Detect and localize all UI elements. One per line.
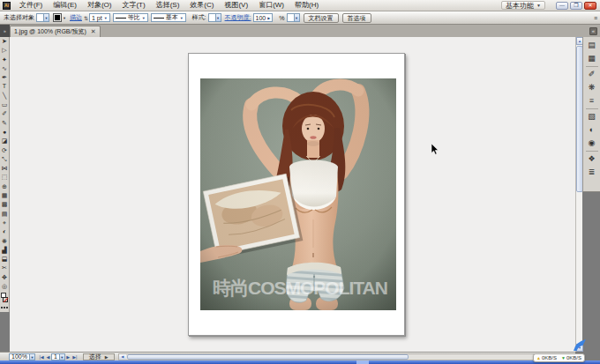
slice-tool[interactable]: ✂ — [0, 264, 10, 272]
artboard-number-field[interactable]: 1 — [51, 353, 60, 360]
gradient-tool[interactable]: ▤ — [0, 210, 10, 219]
menu-help[interactable]: 帮助(H) — [289, 0, 324, 11]
pencil-tool[interactable]: ✎ — [0, 119, 10, 128]
download-arrow-icon: ▼ — [561, 355, 566, 360]
mesh-tool[interactable]: ▩ — [0, 200, 10, 209]
photo-artwork: 時尚COSMOPOLITAN — [200, 78, 396, 310]
zoom-tool[interactable]: ◎ — [0, 282, 10, 291]
color-panel-icon[interactable]: ▤ — [583, 39, 600, 52]
restore-button[interactable]: ❐ — [570, 2, 582, 10]
menu-view[interactable]: 视图(V) — [219, 0, 253, 11]
swatches-panel-icon[interactable]: ▦ — [583, 52, 600, 65]
column-graph-tool[interactable]: ▟ — [0, 246, 10, 255]
menu-type[interactable]: 文字(T) — [116, 0, 150, 11]
chevron-down-icon[interactable]: ▼ — [63, 16, 66, 20]
symbol-sprayer-tool[interactable]: ❋ — [0, 237, 10, 246]
scroll-left-icon[interactable]: ◀ — [119, 354, 126, 360]
width-tool[interactable]: ⋈ — [0, 164, 10, 173]
shape-builder-tool[interactable]: ⊕ — [0, 182, 10, 191]
menu-window[interactable]: 窗口(W) — [253, 0, 289, 11]
download-speed-value: 0KB/S — [566, 355, 581, 360]
eraser-tool[interactable]: ◪ — [0, 137, 10, 145]
fill-stroke-swatches[interactable] — [0, 292, 10, 306]
horizontal-scrollbar[interactable]: ◀ ▶ — [118, 353, 574, 360]
magic-wand-tool[interactable]: ✦ — [0, 56, 10, 64]
opacity-link[interactable]: 不透明度: — [225, 13, 251, 22]
workspace-switcher[interactable]: 基本功能 ▼ — [501, 1, 545, 10]
stroke-panel-icon[interactable]: ≡ — [583, 94, 600, 108]
control-panel-menu-icon[interactable]: ≡ — [594, 15, 597, 21]
artboard-tool[interactable]: ⬓ — [0, 255, 10, 264]
fill-color-swatch[interactable] — [53, 13, 62, 22]
canvas-area[interactable]: 時尚COSMOPOLITAN — [10, 37, 575, 352]
menu-object[interactable]: 对象(O) — [82, 0, 117, 11]
gradient-panel-icon[interactable]: ▧ — [583, 110, 600, 123]
tools-dock-header[interactable]: » — [0, 25, 10, 37]
document-tab[interactable]: 1.jpg @ 100% (RGB/预览) ✕ — [10, 26, 101, 37]
taskbar-highlight — [356, 360, 369, 364]
close-button[interactable]: ✕ — [584, 2, 596, 10]
graphic-styles-panel-icon[interactable]: ❖ — [583, 152, 600, 166]
current-tool-name: 选择 — [89, 353, 101, 361]
vertical-scrollbar[interactable]: ▲ ▼ — [575, 37, 582, 352]
eyedropper-tool[interactable]: ⌖ — [0, 219, 10, 227]
floating-shortcut-icon[interactable] — [572, 338, 588, 353]
current-tool-display[interactable]: 选择 ▶ — [83, 353, 115, 360]
appearance-panel-icon[interactable]: ◉ — [583, 137, 600, 150]
close-tab-icon[interactable]: ✕ — [91, 28, 96, 35]
menu-effect[interactable]: 效果(C) — [184, 0, 219, 11]
type-tool[interactable]: T — [0, 82, 10, 91]
hand-tool[interactable]: ✥ — [0, 273, 10, 282]
illustrator-window: Ai 文件(F) 编辑(E) 对象(O) 文字(T) 选择(S) 效果(C) 视… — [0, 0, 600, 364]
stroke-link[interactable]: 描边 — [70, 13, 82, 22]
recolor-artwork-icon[interactable]: ▼ — [287, 13, 300, 22]
drawing-mode-buttons[interactable] — [1, 307, 8, 308]
selection-tool[interactable]: ➤ — [0, 37, 10, 46]
blend-tool[interactable]: ◐ — [0, 227, 10, 236]
menu-select[interactable]: 选择(S) — [151, 0, 185, 11]
next-artboard-icon[interactable]: ▶ — [65, 354, 71, 360]
chevron-right-icon: ▶ — [105, 354, 109, 360]
opacity-field[interactable]: 100 ▶ — [253, 13, 274, 22]
horizontal-scroll-thumb[interactable] — [127, 354, 409, 360]
main-area: ➤ ▷ ✦ ∿ ✒ T ╲ ▭ ✐ ✎ ● ◪ ⟳ ⤡ ⋈ ⬚ ⊕ ▦ ▩ ▤ … — [0, 37, 600, 352]
zoom-level-value: 100% — [11, 353, 27, 360]
minimize-button[interactable]: — — [556, 2, 568, 10]
layers-panel-icon[interactable]: ≣ — [583, 166, 600, 179]
previous-artboard-icon[interactable]: ◀ — [45, 354, 51, 360]
chevron-down-icon[interactable]: ▼ — [30, 353, 35, 360]
document-tab-title: 1.jpg @ 100% (RGB/预览) — [14, 27, 86, 36]
rotate-tool[interactable]: ⟳ — [0, 146, 10, 155]
symbols-panel-icon[interactable]: ❋ — [583, 81, 600, 94]
width-profile-dropdown[interactable]: 等比 ▼ — [113, 13, 148, 22]
document-setup-button[interactable]: 文档设置 — [304, 13, 339, 23]
variable-dropdown[interactable]: ▼ — [36, 13, 49, 22]
menu-edit[interactable]: 编辑(E) — [48, 0, 82, 11]
stroke-swatch[interactable] — [3, 297, 8, 302]
chevron-down-icon: ▼ — [142, 16, 146, 20]
paintbrush-tool[interactable]: ✐ — [0, 109, 10, 118]
free-transform-tool[interactable]: ⬚ — [0, 173, 10, 182]
direct-selection-tool[interactable]: ▷ — [0, 46, 10, 55]
pen-tool[interactable]: ✒ — [0, 73, 10, 82]
lasso-tool[interactable]: ∿ — [0, 64, 10, 73]
rectangle-tool[interactable]: ▭ — [0, 100, 10, 109]
brush-definition-dropdown[interactable]: 基本 ▼ — [151, 13, 186, 22]
preferences-button[interactable]: 首选项 — [342, 13, 371, 23]
first-artboard-icon[interactable]: |◀ — [38, 354, 45, 360]
transparency-panel-icon[interactable]: ◐ — [583, 123, 600, 137]
stroke-weight-field[interactable]: 1 pt ▼ — [89, 13, 110, 22]
brushes-panel-icon[interactable]: ✐ — [583, 68, 600, 81]
last-artboard-icon[interactable]: ▶| — [71, 354, 79, 360]
scale-tool[interactable]: ⤡ — [0, 155, 10, 164]
dock-collapse-button[interactable]: « — [589, 27, 597, 35]
perspective-grid-tool[interactable]: ▦ — [0, 191, 10, 200]
line-segment-tool[interactable]: ╲ — [0, 92, 10, 100]
menu-file[interactable]: 文件(F) — [14, 0, 48, 11]
blob-brush-tool[interactable]: ● — [0, 128, 10, 137]
stroke-weight-stepper[interactable]: ⇅ — [84, 15, 88, 21]
style-dropdown[interactable]: ▼ — [208, 13, 221, 22]
network-speed-widget[interactable]: ▲ 0KB/S ▼ 0KB/S — [533, 353, 585, 362]
zoom-level-field[interactable]: 100% — [9, 353, 30, 360]
width-profile-value: 等比 — [128, 13, 140, 22]
